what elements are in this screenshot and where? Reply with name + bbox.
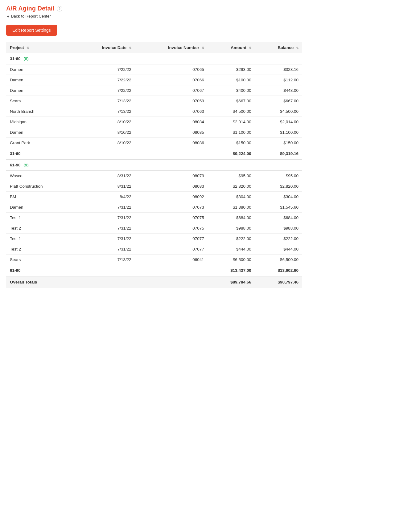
col-header-invoice-number[interactable]: Invoice Number ⇅ — [135, 42, 208, 53]
cell-amount: $222.00 — [208, 234, 255, 244]
cell-project: Test 1 — [6, 213, 73, 223]
cell-amount: $400.00 — [208, 85, 255, 96]
cell-amount: $95.00 — [208, 171, 255, 181]
table-row[interactable]: Damen 7/22/22 07065 $293.00 $328.16 — [6, 64, 302, 75]
cell-invoice-date: 7/13/22 — [73, 106, 135, 117]
edit-report-settings-button[interactable]: Edit Report Settings — [6, 25, 57, 36]
col-header-balance[interactable]: Balance ⇅ — [255, 42, 302, 53]
cell-project: Damen — [6, 75, 73, 85]
group-header-label: 31-60 (8) — [6, 53, 302, 64]
group-total-label: 61-90 — [6, 265, 208, 276]
cell-invoice-date: 7/22/22 — [73, 75, 135, 85]
table-row[interactable]: Test 1 7/31/22 07075 $684.00 $684.00 — [6, 213, 302, 223]
cell-invoice-date: 8/31/22 — [73, 181, 135, 192]
sort-icon-amount: ⇅ — [249, 46, 251, 50]
cell-project: Test 2 — [6, 244, 73, 255]
table-header-row: Project ⇅ Invoice Date ⇅ Invoice Number … — [6, 42, 302, 53]
cell-amount: $988.00 — [208, 223, 255, 234]
help-icon[interactable]: ? — [57, 6, 62, 11]
cell-invoice-number: 07075 — [135, 223, 208, 234]
group-total-label: 31-60 — [6, 148, 208, 160]
cell-project: Sears — [6, 96, 73, 106]
table-row[interactable]: Damen 7/22/22 07066 $100.00 $112.00 — [6, 75, 302, 85]
cell-invoice-number: 06041 — [135, 255, 208, 265]
cell-amount: $1,380.00 — [208, 202, 255, 213]
cell-amount: $1,100.00 — [208, 127, 255, 138]
cell-project: Test 2 — [6, 223, 73, 234]
cell-balance: $667.00 — [255, 96, 302, 106]
cell-invoice-number: 08086 — [135, 138, 208, 148]
cell-invoice-date: 7/22/22 — [73, 64, 135, 75]
cell-invoice-number: 07075 — [135, 213, 208, 223]
table-row[interactable]: Wasco 8/31/22 08079 $95.00 $95.00 — [6, 171, 302, 181]
table-row[interactable]: Test 2 7/31/22 07077 $444.00 $444.00 — [6, 244, 302, 255]
cell-invoice-date: 7/31/22 — [73, 213, 135, 223]
cell-project: Wasco — [6, 171, 73, 181]
group-total-row: 61-90 $13,437.00 $13,602.60 — [6, 265, 302, 276]
table-row[interactable]: BM 8/4/22 08092 $304.00 $304.00 — [6, 192, 302, 202]
ar-aging-detail-table: Project ⇅ Invoice Date ⇅ Invoice Number … — [6, 42, 302, 288]
cell-balance: $448.00 — [255, 85, 302, 96]
table-row[interactable]: Sears 7/13/22 06041 $6,500.00 $6,500.00 — [6, 255, 302, 265]
col-header-project[interactable]: Project ⇅ — [6, 42, 73, 53]
cell-invoice-number: 07067 — [135, 85, 208, 96]
cell-invoice-number: 08084 — [135, 117, 208, 127]
cell-invoice-date: 8/4/22 — [73, 192, 135, 202]
col-header-invoice-date[interactable]: Invoice Date ⇅ — [73, 42, 135, 53]
table-row[interactable]: Platt Construction 8/31/22 08083 $2,820.… — [6, 181, 302, 192]
cell-project: Test 1 — [6, 234, 73, 244]
cell-balance: $304.00 — [255, 192, 302, 202]
group-total-amount: $13,437.00 — [208, 265, 255, 276]
overall-totals-label: Overall Totals — [6, 276, 208, 288]
cell-invoice-date: 8/10/22 — [73, 117, 135, 127]
sort-icon-invoice-number: ⇅ — [202, 46, 204, 50]
cell-amount: $293.00 — [208, 64, 255, 75]
group-header-row: 31-60 (8) — [6, 53, 302, 64]
sort-icon-project: ⇅ — [27, 46, 29, 50]
cell-invoice-number: 08083 — [135, 181, 208, 192]
table-row[interactable]: Test 2 7/31/22 07075 $988.00 $988.00 — [6, 223, 302, 234]
cell-amount: $684.00 — [208, 213, 255, 223]
cell-balance: $988.00 — [255, 223, 302, 234]
cell-project: Platt Construction — [6, 181, 73, 192]
cell-invoice-number: 07065 — [135, 64, 208, 75]
cell-amount: $2,014.00 — [208, 117, 255, 127]
table-row[interactable]: Test 1 7/31/22 07077 $222.00 $222.00 — [6, 234, 302, 244]
cell-amount: $6,500.00 — [208, 255, 255, 265]
table-row[interactable]: Sears 7/13/22 07059 $667.00 $667.00 — [6, 96, 302, 106]
table-row[interactable]: Grant Park 8/10/22 08086 $150.00 $150.00 — [6, 138, 302, 148]
cell-invoice-date: 7/13/22 — [73, 96, 135, 106]
back-arrow-icon: ◄ — [6, 14, 10, 18]
cell-amount: $150.00 — [208, 138, 255, 148]
table-row[interactable]: Michigan 8/10/22 08084 $2,014.00 $2,014.… — [6, 117, 302, 127]
cell-amount: $2,820.00 — [208, 181, 255, 192]
overall-totals-row: Overall Totals $89,784.66 $90,797.46 — [6, 276, 302, 288]
cell-invoice-number: 07073 — [135, 202, 208, 213]
table-row[interactable]: Damen 8/10/22 08085 $1,100.00 $1,100.00 — [6, 127, 302, 138]
table-row[interactable]: Damen 7/22/22 07067 $400.00 $448.00 — [6, 85, 302, 96]
cell-project: Sears — [6, 255, 73, 265]
cell-amount: $667.00 — [208, 96, 255, 106]
group-total-row: 31-60 $9,224.00 $9,319.16 — [6, 148, 302, 160]
cell-balance: $684.00 — [255, 213, 302, 223]
group-count: (9) — [23, 163, 29, 167]
cell-project: Damen — [6, 85, 73, 96]
group-header-label: 61-90 (9) — [6, 159, 302, 171]
cell-invoice-number: 07063 — [135, 106, 208, 117]
cell-balance: $2,820.00 — [255, 181, 302, 192]
table-row[interactable]: North Branch 7/13/22 07063 $4,500.00 $4,… — [6, 106, 302, 117]
cell-invoice-number: 08092 — [135, 192, 208, 202]
cell-invoice-date: 8/10/22 — [73, 127, 135, 138]
col-header-amount[interactable]: Amount ⇅ — [208, 42, 255, 53]
back-link-label: Back to Report Center — [11, 14, 51, 18]
cell-invoice-number: 07077 — [135, 234, 208, 244]
back-to-report-center[interactable]: ◄ Back to Report Center — [6, 14, 302, 18]
cell-amount: $4,500.00 — [208, 106, 255, 117]
cell-amount: $100.00 — [208, 75, 255, 85]
cell-amount: $444.00 — [208, 244, 255, 255]
cell-invoice-date: 7/13/22 — [73, 255, 135, 265]
table-row[interactable]: Damen 7/31/22 07073 $1,380.00 $1,545.60 — [6, 202, 302, 213]
sort-icon-balance: ⇅ — [296, 46, 299, 50]
cell-balance: $112.00 — [255, 75, 302, 85]
cell-invoice-date: 8/10/22 — [73, 138, 135, 148]
